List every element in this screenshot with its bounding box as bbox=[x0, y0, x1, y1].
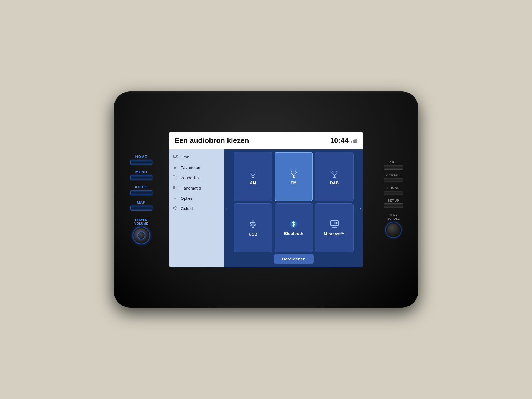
miracast-label: Miracast™ bbox=[324, 232, 345, 236]
source-tile-fm[interactable]: FM bbox=[275, 152, 313, 201]
tune-scroll-label: TUNESCROLL bbox=[387, 214, 400, 221]
svg-point-28 bbox=[334, 222, 336, 224]
svg-rect-20 bbox=[250, 224, 252, 225]
phone-label: PHONE bbox=[387, 186, 400, 190]
svg-point-22 bbox=[252, 227, 254, 228]
setup-button[interactable] bbox=[384, 203, 403, 208]
audio-button-group: AUDIO bbox=[130, 185, 152, 195]
map-button-group: MAP bbox=[130, 200, 152, 211]
track-label: < TRACK bbox=[386, 173, 401, 177]
source-grid: AM bbox=[227, 152, 360, 252]
svg-line-2 bbox=[177, 157, 178, 157]
reorder-button[interactable]: Herordenen bbox=[274, 254, 314, 264]
screen-title: Een audiobron kiezen bbox=[175, 136, 249, 145]
menu-favorieten-label: Favorieten bbox=[181, 165, 200, 170]
home-button-group: HOME bbox=[130, 155, 152, 165]
audio-label: AUDIO bbox=[135, 185, 148, 189]
track-button-group: < TRACK bbox=[384, 173, 403, 182]
dab-icon bbox=[329, 168, 340, 179]
time-area: 10:44 bbox=[330, 136, 358, 145]
svg-rect-3 bbox=[173, 176, 175, 177]
setup-button-group: SETUP bbox=[384, 199, 403, 208]
menu-item-handmatig[interactable]: Handmatig bbox=[169, 183, 224, 193]
usb-icon bbox=[248, 219, 258, 230]
menu-handmatig-label: Handmatig bbox=[181, 186, 201, 190]
source-tile-bluetooth[interactable]: Bluetooth bbox=[275, 203, 313, 252]
map-label: MAP bbox=[137, 200, 146, 204]
left-button-panel: HOME MENU AUDIO MAP POWERVOLUME bbox=[130, 155, 152, 244]
svg-line-26 bbox=[336, 226, 336, 228]
grid-nav-left[interactable]: ‹ bbox=[226, 205, 228, 212]
home-label: HOME bbox=[135, 155, 147, 159]
dab-label: DAB bbox=[330, 181, 339, 185]
bluetooth-icon bbox=[289, 220, 298, 230]
svg-rect-6 bbox=[173, 186, 178, 189]
svg-marker-9 bbox=[174, 206, 176, 210]
tune-scroll-knob[interactable] bbox=[385, 222, 402, 238]
menu-geluid-label: Geluid bbox=[181, 206, 193, 211]
source-grid-area: ‹ › bbox=[224, 149, 363, 267]
bluetooth-label: Bluetooth bbox=[284, 231, 303, 236]
menu-item-geluid[interactable]: Geluid bbox=[169, 203, 224, 214]
menu-bron-label: Bron bbox=[181, 155, 190, 159]
am-icon bbox=[247, 168, 259, 179]
miracast-icon bbox=[329, 219, 340, 230]
clock: 10:44 bbox=[330, 136, 349, 145]
power-label: POWERVOLUME bbox=[134, 218, 148, 226]
power-knob-group: POWERVOLUME bbox=[132, 218, 150, 244]
svg-line-25 bbox=[333, 226, 333, 228]
ch-label: CH > bbox=[389, 161, 397, 164]
map-button[interactable] bbox=[130, 206, 152, 211]
ch-button[interactable] bbox=[384, 165, 403, 170]
menu-label: MENU bbox=[135, 170, 147, 174]
menu-item-favorieten[interactable]: ⊞ Favorieten bbox=[169, 162, 224, 173]
svg-rect-0 bbox=[173, 155, 176, 157]
right-button-panel: CH > < TRACK PHONE SETUP TUNESCROLL bbox=[384, 161, 403, 238]
audio-button[interactable] bbox=[130, 190, 152, 195]
source-tile-usb[interactable]: USB bbox=[234, 203, 272, 252]
source-menu: Bron ⊞ Favorieten Zenderlijst bbox=[169, 149, 224, 267]
screen-header: Een audiobron kiezen 10:44 bbox=[169, 132, 363, 149]
car-infotainment-unit: HOME MENU AUDIO MAP POWERVOLUME Een audi… bbox=[114, 91, 418, 308]
screen-content: Bron ⊞ Favorieten Zenderlijst bbox=[169, 149, 363, 267]
source-tile-miracast[interactable]: Miracast™ bbox=[315, 203, 354, 252]
menu-item-opties[interactable]: ··· Opties bbox=[169, 193, 224, 203]
am-label: AM bbox=[250, 181, 256, 185]
menu-button[interactable] bbox=[130, 175, 152, 180]
phone-button-group: PHONE bbox=[384, 186, 403, 195]
power-knob-inner bbox=[137, 232, 145, 239]
setup-label: SETUP bbox=[388, 199, 399, 202]
menu-zenderlijst-label: Zenderlijst bbox=[181, 175, 200, 180]
fm-icon bbox=[288, 168, 299, 179]
main-screen: Een audiobron kiezen 10:44 bbox=[169, 132, 363, 267]
menu-opties-label: Opties bbox=[181, 196, 193, 201]
menu-item-bron[interactable]: Bron bbox=[169, 152, 224, 162]
usb-label: USB bbox=[249, 232, 257, 236]
signal-icon bbox=[351, 138, 357, 143]
grid-nav-right[interactable]: › bbox=[359, 205, 361, 212]
ch-button-group: CH > bbox=[384, 161, 403, 170]
source-tile-dab[interactable]: DAB bbox=[315, 152, 354, 201]
power-volume-knob[interactable] bbox=[132, 227, 150, 244]
fm-label: FM bbox=[291, 181, 296, 185]
screen-display: Een audiobron kiezen 10:44 bbox=[169, 132, 363, 267]
phone-button[interactable] bbox=[384, 191, 403, 195]
home-button[interactable] bbox=[130, 160, 152, 165]
source-tile-am[interactable]: AM bbox=[234, 152, 272, 201]
svg-line-1 bbox=[177, 155, 178, 156]
track-button[interactable] bbox=[384, 178, 403, 182]
menu-item-zenderlijst[interactable]: Zenderlijst bbox=[169, 173, 224, 183]
menu-button-group: MENU bbox=[130, 170, 152, 180]
svg-point-21 bbox=[255, 224, 256, 226]
tune-scroll-group: TUNESCROLL bbox=[385, 214, 402, 238]
